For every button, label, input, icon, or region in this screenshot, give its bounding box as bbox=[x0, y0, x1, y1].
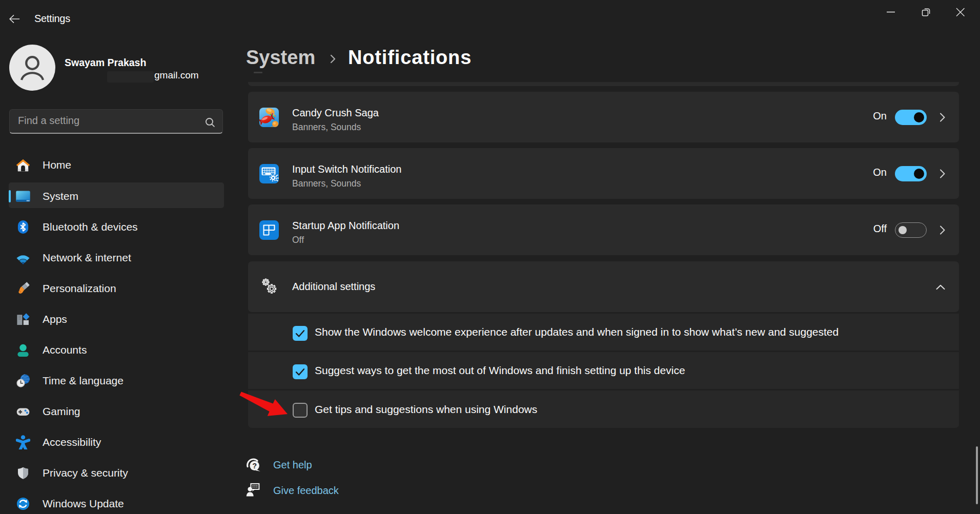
svg-text:?: ? bbox=[252, 462, 257, 470]
